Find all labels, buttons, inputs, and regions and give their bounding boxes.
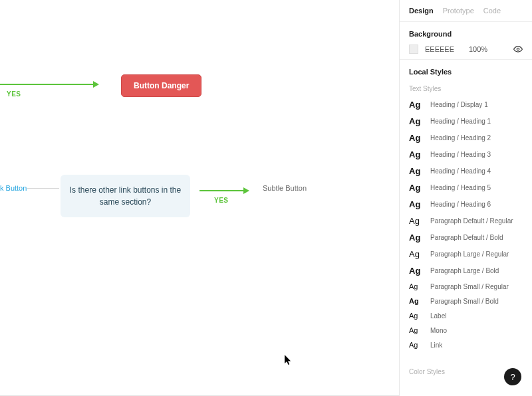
text-style-name: Heading / Heading 3 <box>430 151 491 158</box>
text-style-item[interactable]: AgHeading / Heading 6 <box>409 196 523 213</box>
background-section: Background EEEEEE 100% <box>400 22 532 59</box>
text-style-name: Paragraph Default / Bold <box>430 234 503 241</box>
background-row[interactable]: EEEEEE 100% <box>409 45 523 54</box>
button-danger[interactable]: Button Danger <box>121 74 201 97</box>
text-style-preview: Ag <box>409 297 424 305</box>
help-button[interactable]: ? <box>504 368 521 385</box>
text-style-item[interactable]: AgParagraph Large / Regular <box>409 246 523 262</box>
text-style-item[interactable]: AgHeading / Display 1 <box>409 96 523 113</box>
arrow-yes-mid-label: YES <box>214 197 229 204</box>
text-style-name: Mono <box>430 327 447 334</box>
design-canvas[interactable]: YES Button Danger k Button Is there othe… <box>0 0 399 396</box>
text-style-item[interactable]: AgHeading / Heading 2 <box>409 130 523 146</box>
text-style-item[interactable]: AgParagraph Default / Bold <box>409 229 523 246</box>
background-opacity[interactable]: 100% <box>469 45 495 53</box>
properties-panel: Design Prototype Code Background EEEEEE … <box>399 0 532 396</box>
link-button-node[interactable]: k Button <box>0 184 27 192</box>
help-icon: ? <box>510 372 515 382</box>
background-title: Background <box>409 30 523 38</box>
cursor-icon <box>285 355 293 368</box>
text-style-preview: Ag <box>409 133 424 143</box>
text-style-item[interactable]: AgParagraph Small / Bold <box>409 294 523 308</box>
arrow-yes-top: YES <box>0 81 99 88</box>
visibility-toggle-icon[interactable] <box>513 45 523 54</box>
decision-box[interactable]: Is there other link buttons in the same … <box>61 175 190 217</box>
text-style-item[interactable]: AgMono <box>409 323 523 338</box>
text-style-name: Paragraph Small / Bold <box>430 298 499 305</box>
text-style-name: Heading / Heading 5 <box>430 184 491 191</box>
tab-code[interactable]: Code <box>483 7 501 15</box>
text-style-preview: Ag <box>409 282 424 290</box>
text-style-name: Heading / Display 1 <box>430 101 488 108</box>
text-style-item[interactable]: AgLink <box>409 338 523 352</box>
text-style-item[interactable]: AgHeading / Heading 5 <box>409 179 523 196</box>
text-style-preview: Ag <box>409 341 424 349</box>
panel-tabs: Design Prototype Code <box>400 0 532 21</box>
text-style-preview: Ag <box>409 326 424 334</box>
text-style-preview: Ag <box>409 116 424 126</box>
arrow-yes-mid: YES <box>200 187 249 194</box>
text-style-preview: Ag <box>409 149 424 159</box>
text-style-name: Paragraph Large / Regular <box>430 250 509 258</box>
text-style-item[interactable]: AgHeading / Heading 3 <box>409 146 523 163</box>
text-style-name: Paragraph Default / Regular <box>430 217 513 225</box>
tab-prototype[interactable]: Prototype <box>443 7 474 15</box>
text-style-name: Paragraph Small / Regular <box>430 283 509 290</box>
text-style-preview: Ag <box>409 166 424 176</box>
text-style-name: Heading / Heading 6 <box>430 201 491 208</box>
text-style-name: Paragraph Large / Bold <box>430 267 499 274</box>
background-swatch[interactable] <box>409 45 418 54</box>
local-styles-section: Local Styles <box>400 60 532 76</box>
svg-point-0 <box>517 48 519 50</box>
text-styles-list: AgHeading / Display 1AgHeading / Heading… <box>400 96 532 365</box>
background-hex[interactable]: EEEEEE <box>425 45 462 53</box>
text-style-item[interactable]: AgHeading / Heading 1 <box>409 113 523 130</box>
text-style-name: Heading / Heading 1 <box>430 118 491 125</box>
text-style-preview: Ag <box>409 266 424 276</box>
text-style-item[interactable]: AgParagraph Small / Regular <box>409 279 523 294</box>
text-style-preview: Ag <box>409 100 424 110</box>
text-style-preview: Ag <box>409 216 424 226</box>
scrollbar[interactable] <box>399 141 400 391</box>
text-style-preview: Ag <box>409 183 424 193</box>
tab-design[interactable]: Design <box>409 7 434 15</box>
text-style-name: Label <box>430 312 446 320</box>
text-style-name: Link <box>430 342 442 349</box>
decision-box-text: Is there other link buttons in the same … <box>68 184 182 208</box>
text-style-preview: Ag <box>409 199 424 209</box>
text-style-item[interactable]: AgLabel <box>409 308 523 323</box>
text-styles-subhead: Text Styles <box>400 82 532 96</box>
arrow-yes-top-label: YES <box>7 90 21 98</box>
text-style-name: Heading / Heading 2 <box>430 134 491 142</box>
connector-line <box>27 188 59 189</box>
text-style-preview: Ag <box>409 249 424 259</box>
local-styles-title: Local Styles <box>409 68 523 76</box>
subtle-button-node[interactable]: Subtle Button <box>263 184 307 192</box>
text-style-preview: Ag <box>409 312 424 320</box>
text-style-item[interactable]: AgParagraph Default / Regular <box>409 213 523 229</box>
text-style-preview: Ag <box>409 233 424 243</box>
text-style-item[interactable]: AgParagraph Large / Bold <box>409 262 523 279</box>
text-style-name: Heading / Heading 4 <box>430 167 491 175</box>
text-style-item[interactable]: AgHeading / Heading 4 <box>409 163 523 179</box>
